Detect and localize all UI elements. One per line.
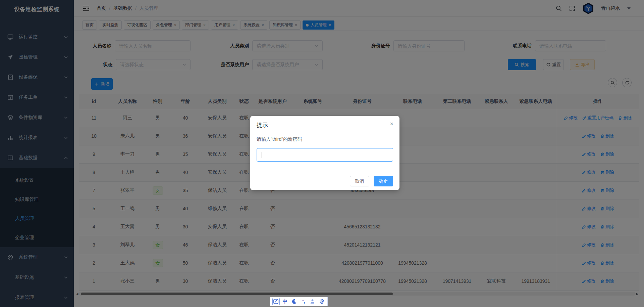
- halfwidth-moon-icon[interactable]: [290, 298, 298, 305]
- ime-logo-icon[interactable]: [272, 298, 280, 305]
- ime-toolbar: 中 °,: [270, 297, 328, 306]
- confirm-button[interactable]: 确定: [374, 176, 393, 186]
- punctuation-icon[interactable]: °,: [300, 298, 307, 305]
- screen: 设备巡检监测系统 运行监控巡检管理设备维保任务工单备件物资库统计报表基础数据系统…: [0, 0, 644, 307]
- reset-password-dialog: 提示 × 请输入"third"的新密码 取消 确定: [250, 116, 399, 190]
- dialog-title: 提示: [257, 121, 393, 129]
- text-cursor: [262, 152, 262, 158]
- new-password-input[interactable]: [257, 148, 393, 162]
- user-mode-icon[interactable]: [309, 298, 316, 305]
- cancel-button[interactable]: 取消: [350, 176, 369, 186]
- chinese-mode-icon[interactable]: 中: [281, 298, 289, 305]
- dialog-message: 请输入"third"的新密码: [257, 136, 393, 142]
- dialog-close-icon[interactable]: ×: [390, 121, 393, 127]
- dialog-buttons: 取消 确定: [350, 176, 393, 186]
- ime-settings-icon[interactable]: [318, 298, 325, 305]
